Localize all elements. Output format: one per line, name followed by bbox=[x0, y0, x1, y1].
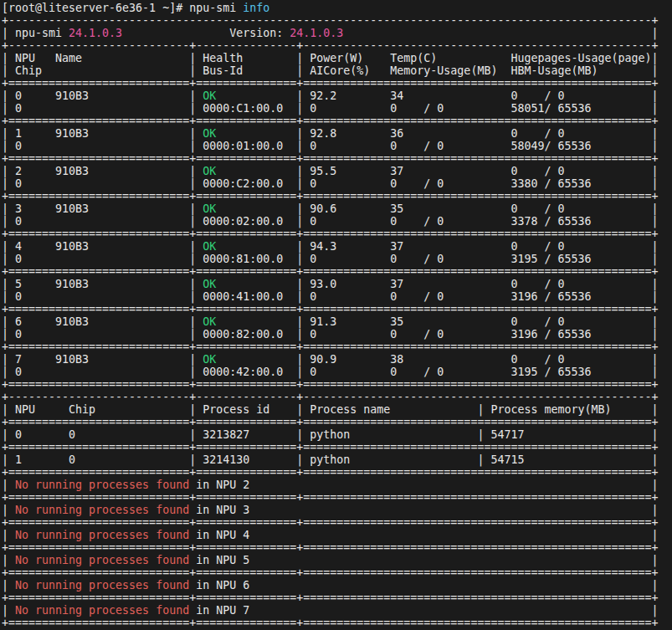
terminal-text: | 0 | 0000:C1:00.0 | 0 0 / 0 58051/ 6553… bbox=[2, 102, 659, 115]
terminal-text: | npu-smi bbox=[2, 27, 69, 39]
table-border-line: +===========================+===========… bbox=[2, 566, 672, 579]
device-row-line: | 1 910B3 | OK | 92.8 36 0 / 0 | bbox=[2, 127, 672, 140]
version-label: Version: bbox=[122, 27, 290, 39]
terminal-text: +---------------------------------------… bbox=[2, 14, 659, 27]
terminal-text: +===========================+===========… bbox=[2, 466, 659, 479]
terminal-text: | bbox=[2, 529, 15, 541]
terminal-text: in NPU 2 | bbox=[189, 479, 658, 491]
terminal-text: | bbox=[2, 579, 15, 592]
device-row-line: | 0 | 0000:81:00.0 | 0 0 / 0 3195 / 6553… bbox=[2, 253, 672, 265]
device-row-line: | 0 | 0000:02:00.0 | 0 0 / 0 3378 / 6553… bbox=[2, 215, 672, 228]
terminal-text: +===========================+===========… bbox=[2, 190, 659, 202]
device-row-line: | 0 910B3 | OK | 92.2 34 0 / 0 | bbox=[2, 90, 672, 102]
terminal-text: | 0 0 | 3213827 | python | 54717 | bbox=[2, 428, 659, 441]
table-border-line: +---------------------------------------… bbox=[2, 14, 672, 27]
terminal-text: | 90.9 38 0 / 0 | bbox=[296, 353, 658, 366]
terminal-text: +===========================+===========… bbox=[2, 491, 659, 504]
terminal-text: | 0 910B3 | bbox=[2, 90, 203, 102]
terminal-text: +---------------------------+-----------… bbox=[2, 39, 659, 52]
no-process-error-text: No running processes found bbox=[15, 604, 189, 617]
version-number: 24.1.0.3 bbox=[290, 27, 343, 39]
device-row-line: | 0 | 0000:82:00.0 | 0 0 / 0 3196 / 6553… bbox=[2, 328, 672, 341]
terminal-text: | 0 | 0000:82:00.0 | 0 0 / 0 3196 / 6553… bbox=[2, 328, 659, 341]
health-status: OK bbox=[203, 202, 296, 215]
table-border-line: +===========================+===========… bbox=[2, 77, 672, 90]
device-row-line: | 7 910B3 | OK | 90.9 38 0 / 0 | bbox=[2, 353, 672, 366]
health-status: OK bbox=[203, 90, 296, 102]
terminal-text: +===========================+===========… bbox=[2, 617, 659, 629]
terminal-text: | 5 910B3 | bbox=[2, 278, 203, 290]
terminal-text: | 95.5 37 0 / 0 | bbox=[296, 165, 658, 177]
terminal-text: +===========================+===========… bbox=[2, 541, 659, 554]
table-border-line: +===========================+===========… bbox=[2, 416, 672, 428]
terminal-text: +===========================+===========… bbox=[2, 566, 659, 579]
terminal-text: | 1 0 | 3214130 | python | 54715 | bbox=[2, 453, 659, 466]
shell-prompt-line: [root@liteserver-6e36-1 ~]# npu-smi info bbox=[2, 2, 672, 14]
no-process-error-text: No running processes found bbox=[15, 529, 189, 541]
terminal-text: in NPU 3 | bbox=[189, 504, 658, 516]
no-process-line: | No running processes found in NPU 7 | bbox=[2, 604, 672, 617]
terminal-text: +---------------------------+-----------… bbox=[2, 391, 659, 403]
no-process-line: | No running processes found in NPU 2 | bbox=[2, 479, 672, 491]
terminal-text: | NPU Name | Health | Power(W) Temp(C) H… bbox=[2, 52, 659, 64]
table-border-line: +===========================+===========… bbox=[2, 152, 672, 165]
terminal-text: +===========================+===========… bbox=[2, 228, 659, 240]
table-border-line: +===========================+===========… bbox=[2, 378, 672, 391]
terminal-text: | 0 | 0000:81:00.0 | 0 0 / 0 3195 / 6553… bbox=[2, 253, 659, 265]
device-row-line: | 6 910B3 | OK | 91.3 35 0 / 0 | bbox=[2, 315, 672, 328]
terminal-text: +===========================+===========… bbox=[2, 115, 659, 127]
terminal-text: | 0 | 0000:01:00.0 | 0 0 / 0 58049/ 6553… bbox=[2, 140, 659, 152]
terminal-text: +===========================+===========… bbox=[2, 516, 659, 529]
table-border-line: +===========================+===========… bbox=[2, 441, 672, 453]
terminal-text: | 90.6 35 0 / 0 | bbox=[296, 202, 658, 215]
device-table-header-line: | Chip | Bus-Id | AICore(%) Memory-Usage… bbox=[2, 64, 672, 77]
table-border-line: +===========================+===========… bbox=[2, 115, 672, 127]
terminal-text: | bbox=[2, 479, 15, 491]
health-status: OK bbox=[203, 240, 296, 253]
device-row-line: | 2 910B3 | OK | 95.5 37 0 / 0 | bbox=[2, 165, 672, 177]
no-process-error-text: No running processes found bbox=[15, 579, 189, 592]
terminal-text: | Chip | Bus-Id | AICore(%) Memory-Usage… bbox=[2, 64, 659, 77]
command-arg-text: info bbox=[243, 2, 269, 14]
device-table-header-line: | NPU Name | Health | Power(W) Temp(C) H… bbox=[2, 52, 672, 64]
prompt-text: [root@liteserver-6e36-1 ~]# bbox=[2, 2, 189, 14]
terminal-text: | 91.3 35 0 / 0 | bbox=[296, 315, 658, 328]
device-row-line: | 5 910B3 | OK | 93.0 37 0 / 0 | bbox=[2, 278, 672, 290]
no-process-line: | No running processes found in NPU 4 | bbox=[2, 529, 672, 541]
table-border-line: +===========================+===========… bbox=[2, 541, 672, 554]
terminal-text: | 0 | 0000:02:00.0 | 0 0 / 0 3378 / 6553… bbox=[2, 215, 659, 228]
table-border-line: +===========================+===========… bbox=[2, 516, 672, 529]
table-border-line: +===========================+===========… bbox=[2, 303, 672, 315]
health-status: OK bbox=[203, 165, 296, 177]
terminal-text: | 0 | 0000:C2:00.0 | 0 0 / 0 3380 / 6553… bbox=[2, 177, 659, 190]
table-border-line: +===========================+===========… bbox=[2, 190, 672, 202]
table-border-line: +===========================+===========… bbox=[2, 466, 672, 479]
no-process-line: | No running processes found in NPU 3 | bbox=[2, 504, 672, 516]
terminal-text: | bbox=[2, 504, 15, 516]
terminal-text: +===========================+===========… bbox=[2, 303, 659, 315]
terminal-text: +===========================+===========… bbox=[2, 592, 659, 604]
terminal-text: in NPU 4 | bbox=[189, 529, 658, 541]
table-border-line: +---------------------------+-----------… bbox=[2, 39, 672, 52]
terminal-text: in NPU 5 | bbox=[189, 554, 658, 566]
health-status: OK bbox=[203, 315, 296, 328]
terminal-text: | NPU Chip | Process id | Process name |… bbox=[2, 403, 659, 416]
table-border-line: +===========================+===========… bbox=[2, 228, 672, 240]
terminal-text: | 92.8 36 0 / 0 | bbox=[296, 127, 658, 140]
device-row-line: | 0 | 0000:01:00.0 | 0 0 / 0 58049/ 6553… bbox=[2, 140, 672, 152]
terminal-text: | bbox=[2, 604, 15, 617]
terminal-text: | 3 910B3 | bbox=[2, 202, 203, 215]
terminal-text: | 93.0 37 0 / 0 | bbox=[296, 278, 658, 290]
process-row-line: | 0 0 | 3213827 | python | 54717 | bbox=[2, 428, 672, 441]
table-border-line: +===========================+===========… bbox=[2, 617, 672, 629]
terminal-text: | 0 | 0000:42:00.0 | 0 0 / 0 3195 / 6553… bbox=[2, 366, 659, 378]
device-row-line: | 3 910B3 | OK | 90.6 35 0 / 0 | bbox=[2, 202, 672, 215]
terminal-text: | bbox=[343, 27, 658, 39]
terminal-text: +===========================+===========… bbox=[2, 378, 659, 391]
tool-version-number: 24.1.0.3 bbox=[69, 27, 122, 39]
terminal-text: +===========================+===========… bbox=[2, 77, 659, 90]
device-row-line: | 0 | 0000:42:00.0 | 0 0 / 0 3195 / 6553… bbox=[2, 366, 672, 378]
terminal-screen[interactable]: [root@liteserver-6e36-1 ~]# npu-smi info… bbox=[0, 0, 672, 630]
tool-version-line: | npu-smi 24.1.0.3 Version: 24.1.0.3 | bbox=[2, 27, 672, 39]
terminal-text: +===========================+===========… bbox=[2, 416, 659, 428]
